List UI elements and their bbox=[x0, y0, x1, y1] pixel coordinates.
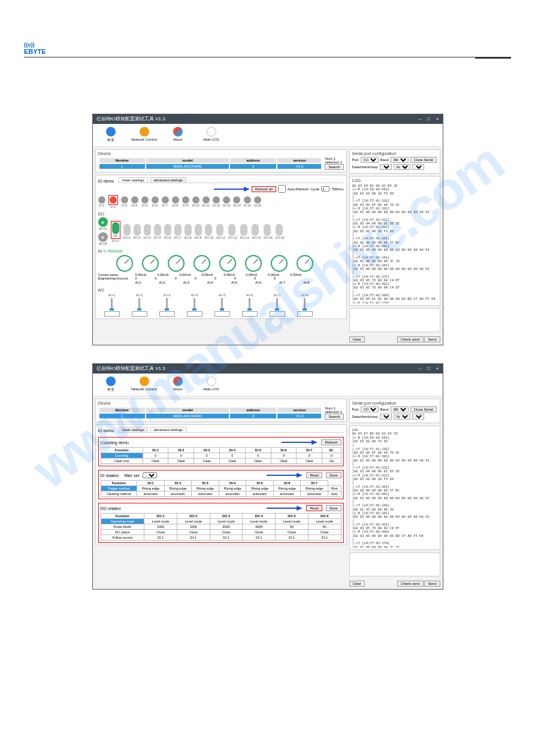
cell[interactable]: Rising edge bbox=[246, 486, 274, 491]
cell[interactable]: 3000 bbox=[210, 524, 243, 530]
ao-slider[interactable] bbox=[111, 298, 113, 310]
max-button[interactable]: □ bbox=[427, 364, 430, 374]
do-toggle[interactable] bbox=[228, 224, 235, 236]
cell[interactable]: automatic bbox=[192, 491, 219, 497]
di-read-button[interactable]: Read bbox=[306, 472, 322, 478]
cycle-input[interactable] bbox=[321, 186, 330, 192]
do-toggle[interactable] bbox=[164, 224, 171, 236]
cell[interactable]: DI-1 bbox=[308, 535, 341, 541]
search-button[interactable]: Search bbox=[325, 414, 343, 420]
cell[interactable]: 2000 bbox=[177, 524, 210, 530]
cell[interactable]: 4000 bbox=[243, 524, 276, 530]
cell[interactable]: Close bbox=[276, 530, 309, 535]
check-select[interactable]: None bbox=[394, 414, 410, 420]
cell[interactable]: Level mode bbox=[308, 519, 341, 524]
cell[interactable]: Level mode bbox=[276, 519, 309, 524]
cell[interactable]: automatic bbox=[273, 491, 301, 497]
search-button[interactable]: Search bbox=[325, 164, 343, 170]
cell[interactable]: Level mode bbox=[210, 519, 243, 524]
about-button[interactable]: About bbox=[164, 127, 192, 143]
cell[interactable]: Clear bbox=[168, 459, 194, 464]
cell[interactable]: Level mode bbox=[177, 519, 210, 524]
about-button[interactable]: About bbox=[164, 377, 192, 393]
do-toggle[interactable] bbox=[185, 224, 192, 236]
do-toggle[interactable] bbox=[240, 224, 247, 236]
cell[interactable]: 0 bbox=[194, 453, 220, 459]
cell[interactable]: Rising edge bbox=[164, 486, 192, 491]
cell[interactable]: 0 bbox=[220, 453, 246, 459]
ao-input[interactable] bbox=[297, 311, 313, 317]
cell[interactable]: Clear bbox=[245, 459, 271, 464]
cell[interactable]: 0 bbox=[245, 453, 271, 459]
tab-advanced[interactable]: advanced settings bbox=[150, 177, 186, 183]
cell[interactable]: Rising edge bbox=[192, 486, 219, 491]
close-button[interactable]: × bbox=[436, 364, 439, 374]
do-toggle[interactable] bbox=[205, 224, 212, 236]
stop-select[interactable]: 1 bbox=[412, 414, 424, 420]
cell[interactable]: 0 bbox=[271, 453, 297, 459]
do-read-button[interactable]: Read bbox=[306, 505, 322, 511]
do-toggle[interactable] bbox=[112, 222, 119, 234]
cell[interactable]: Close bbox=[243, 530, 276, 535]
do-toggle[interactable] bbox=[174, 224, 182, 236]
do-toggle[interactable] bbox=[144, 224, 151, 236]
cell[interactable]: automatic bbox=[219, 491, 246, 497]
ao-slider[interactable] bbox=[138, 298, 140, 310]
send-textarea[interactable] bbox=[349, 308, 440, 332]
cell[interactable]: automatic bbox=[137, 491, 165, 497]
tab-basic[interactable]: basic settings bbox=[119, 427, 147, 432]
cell[interactable]: 0 bbox=[168, 453, 194, 459]
cell[interactable]: Close bbox=[210, 530, 243, 535]
cell[interactable]: Close bbox=[177, 530, 210, 535]
all-off-button[interactable]: ⏻ bbox=[98, 232, 108, 242]
do-toggle[interactable] bbox=[195, 224, 202, 236]
cell[interactable]: Clear bbox=[297, 459, 322, 464]
cell[interactable]: automatic bbox=[246, 491, 274, 497]
clear-button[interactable]: Clear bbox=[349, 336, 365, 342]
check-send-button[interactable]: Check send bbox=[397, 581, 424, 587]
device-row[interactable]: 1 MA01-AXCX4040 2 V1.3 bbox=[99, 164, 322, 169]
cell[interactable]: Clear bbox=[143, 459, 168, 464]
cell[interactable]: auto bbox=[328, 491, 341, 497]
ao-slider[interactable] bbox=[304, 298, 306, 310]
ao-slider[interactable] bbox=[194, 298, 195, 310]
ao-slider[interactable] bbox=[166, 298, 168, 310]
cell[interactable]: automatic bbox=[301, 491, 328, 497]
send-button[interactable]: Send bbox=[424, 581, 440, 587]
check-select[interactable]: None bbox=[394, 164, 410, 170]
cell[interactable]: Clear bbox=[271, 459, 297, 464]
hidelog-button[interactable]: Hide LOG bbox=[197, 377, 226, 393]
data-select[interactable]: 8 bbox=[380, 164, 392, 170]
cell[interactable]: 50 bbox=[308, 524, 341, 530]
ao-input[interactable] bbox=[159, 311, 175, 317]
do-toggle[interactable] bbox=[134, 224, 141, 236]
port-select[interactable]: COM bbox=[361, 406, 379, 412]
data-select[interactable]: 8 bbox=[380, 414, 392, 420]
clear-button[interactable]: Clear bbox=[349, 581, 365, 587]
cell[interactable]: DI-1 bbox=[276, 535, 309, 541]
cell[interactable]: 50 bbox=[276, 524, 309, 530]
do-toggle[interactable] bbox=[276, 224, 283, 236]
ao-slider[interactable] bbox=[221, 298, 223, 310]
send-textarea[interactable] bbox=[349, 552, 440, 576]
ao-input[interactable] bbox=[187, 311, 202, 317]
cell[interactable]: Rising edge bbox=[137, 486, 165, 491]
hidelog-button[interactable]: Hide LOG bbox=[197, 127, 226, 143]
close-serial-button[interactable]: Close Serial bbox=[410, 157, 437, 163]
ai-refresh[interactable]: ↻ Refresh bbox=[103, 249, 122, 253]
do-toggle[interactable] bbox=[252, 224, 259, 236]
cell[interactable]: Cle bbox=[322, 459, 341, 464]
do-toggle[interactable] bbox=[154, 224, 161, 236]
cell[interactable]: DI-1 bbox=[144, 535, 177, 541]
stop-select[interactable]: 1 bbox=[412, 164, 424, 170]
do-toggle[interactable] bbox=[216, 224, 223, 236]
cell[interactable]: Risir bbox=[328, 486, 341, 491]
auto-refresh-checkbox[interactable] bbox=[278, 185, 286, 193]
ao-slider[interactable] bbox=[276, 298, 278, 310]
cell[interactable]: 0 bbox=[322, 453, 341, 459]
cell[interactable]: DI-1 bbox=[177, 535, 210, 541]
tab-advanced[interactable]: advanced settings bbox=[150, 427, 186, 432]
min-button[interactable]: – bbox=[419, 364, 421, 374]
ao-input[interactable] bbox=[214, 311, 230, 317]
do-save-button[interactable]: Save bbox=[326, 505, 341, 511]
